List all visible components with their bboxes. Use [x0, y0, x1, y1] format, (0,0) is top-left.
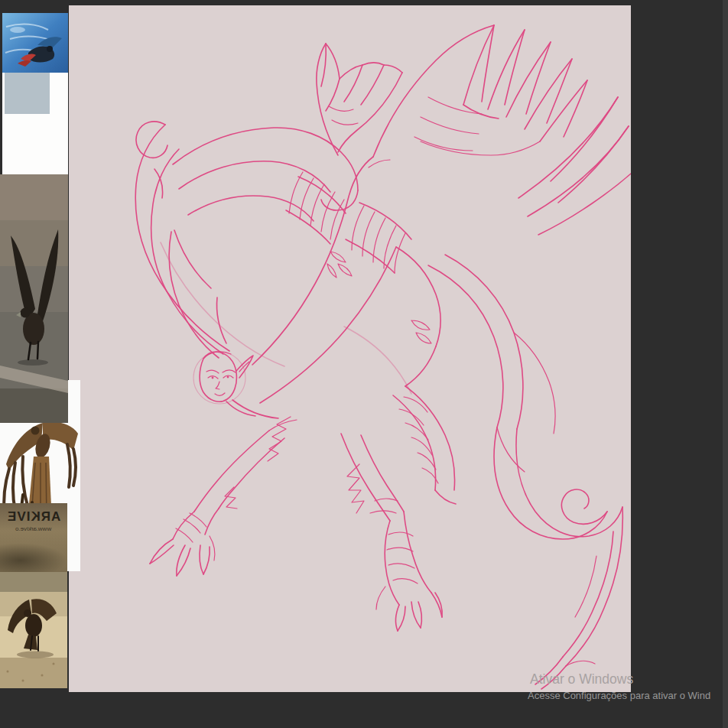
face: [200, 352, 255, 416]
torso-and-plates: [232, 157, 431, 431]
windows-activation-watermark: Ativar o Windows Acesse Configurações pa…: [530, 671, 710, 701]
tail: [428, 255, 622, 689]
art-app-window: lure travelers in escape is impossible. …: [0, 0, 728, 728]
right-arm-talon: [341, 434, 442, 631]
landing-eagle-photo: [0, 174, 68, 423]
left-arm-talon: [150, 417, 291, 576]
arkive-photo-blur: [0, 543, 67, 572]
arkive-url-mirrored: www.arkive.o: [15, 525, 51, 532]
reference-landing-eagle[interactable]: [0, 174, 68, 423]
activation-subtitle: Acesse Configurações para ativar o Wind: [528, 690, 710, 701]
reference-book-page[interactable]: lure travelers in escape is impossible. …: [2, 13, 68, 174]
arkive-logo-mirrored: ARKIVE: [7, 509, 60, 525]
reference-ground-eagle[interactable]: [0, 572, 67, 688]
activation-title: Ativar o Windows: [530, 671, 710, 687]
hair-lines: [135, 122, 358, 358]
book-illustration-water-bird: [2, 13, 68, 73]
tail-fin-sweep: [518, 97, 631, 235]
construction-lines: [161, 242, 411, 394]
hind-leg: [393, 247, 456, 504]
ground-eagle-photo: [0, 572, 67, 688]
left-wing: [317, 44, 402, 155]
scrollbar-track[interactable]: [723, 0, 728, 728]
right-wing: [369, 25, 587, 167]
drawing-canvas[interactable]: [69, 5, 631, 692]
reference-arkive-photo[interactable]: ARKIVE www.arkive.o: [0, 503, 67, 572]
harpy-sketch: [69, 5, 631, 692]
